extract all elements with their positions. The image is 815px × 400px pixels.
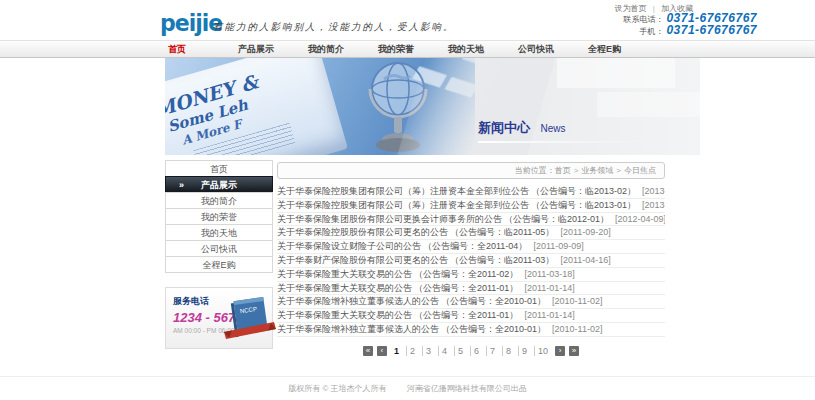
- news-row: 关于华泰保险重大关联交易的公告（公告编号：全2011-02）[2011-03-1…: [277, 268, 665, 282]
- news-link[interactable]: 关于华泰保险控股股份有限公司更名的公告: [277, 227, 448, 237]
- site-slogan: 有能力的人影响别人，没能力的人，受人影响。: [213, 21, 455, 34]
- news-row: 关于华泰保险集团股份有限公司更换会计师事务所的公告（公告编号：临2012-01）…: [277, 213, 665, 227]
- page-number-5[interactable]: 5: [454, 346, 466, 356]
- breadcrumb: 当前位置：首页>业务领域>今日焦点: [277, 162, 665, 179]
- sidebar-item-eshop[interactable]: 全程E购: [165, 256, 273, 273]
- banner: MONEY & Some Leh A More F: [165, 58, 700, 155]
- newspaper-graphic: MONEY & Some Leh A More F: [165, 58, 348, 155]
- news-date: [2010-11-02]: [552, 324, 602, 334]
- news-code: （公告编号：全2011-01）: [414, 310, 518, 320]
- first-page-icon[interactable]: «: [363, 346, 373, 356]
- news-list: 关于华泰保险控股集团有限公司（筹）注册资本金全部到位公告（公告编号：临2013-…: [277, 185, 665, 337]
- news-link[interactable]: 关于华泰保险增补独立董事候选人的公告: [277, 324, 439, 334]
- mobile-label: 手机：: [639, 27, 663, 36]
- news-row: 关于华泰保险增补独立董事候选人的公告（公告编号：全2010-01）[2010-1…: [277, 295, 665, 309]
- news-date: [2011-01-14]: [524, 283, 574, 293]
- nav-item-news[interactable]: 公司快讯: [518, 41, 588, 57]
- section-title: 新闻中心: [478, 120, 530, 135]
- news-date: [2011-09-20]: [560, 227, 610, 237]
- section-title-underline: [478, 141, 650, 143]
- book-graphic-icon: NCCP: [224, 296, 276, 344]
- news-date: [2011-01-14]: [524, 310, 574, 320]
- page-number-7[interactable]: 7: [486, 346, 498, 356]
- news-link[interactable]: 关于华泰保险重大关联交易的公告: [277, 269, 412, 279]
- prev-page-icon[interactable]: ‹: [377, 346, 387, 356]
- breadcrumb-current[interactable]: 今日焦点: [624, 166, 656, 175]
- news-code: （公告编号：全2010-01）: [441, 324, 546, 334]
- nav-item-eshop[interactable]: 全程E购: [588, 41, 658, 57]
- page-number-2[interactable]: 2: [406, 346, 418, 356]
- news-code: （公告编号：临2013-01）: [531, 200, 636, 210]
- page-number-8[interactable]: 8: [502, 346, 514, 356]
- news-row: 关于华泰财产保险股份有限公司更名的公告（公告编号：临2011-03）[2011-…: [277, 254, 665, 268]
- contact-info: 联系电话：0371-67676767 手机：0371-67676767: [623, 11, 757, 35]
- sidebar-item-home[interactable]: 首页: [165, 160, 273, 177]
- nav-item-home[interactable]: 首页: [168, 41, 238, 57]
- sidebar-item-honors[interactable]: 我的荣誉: [165, 208, 273, 225]
- banner-highlight: [557, 58, 675, 88]
- mobile-number: 0371-67676767: [666, 23, 757, 37]
- main-nav-inner: 首页 产品展示 我的简介 我的荣誉 我的天地 公司快讯 全程E购: [168, 41, 815, 57]
- news-link[interactable]: 关于华泰保险重大关联交易的公告: [277, 283, 412, 293]
- sidebar-item-about[interactable]: 我的简介: [165, 192, 273, 209]
- header: 设为首页 | 加入收藏 peijie 有能力的人影响别人，没能力的人，受人影响。…: [0, 0, 815, 40]
- contact-mobile-row: 手机：0371-67676767: [623, 23, 757, 35]
- pagination: « ‹ 1 2 3 4 5 6 7 8 9 10 › »: [277, 346, 665, 356]
- news-row: 关于华泰保险控股集团有限公司（筹）注册资本金全部到位公告（公告编号：临2013-…: [277, 199, 665, 213]
- news-link[interactable]: 关于华泰保险增补独立董事候选人的公告: [277, 296, 439, 306]
- news-row: 关于华泰保险设立财险子公司的公告（公告编号：全2011-04）[2011-09-…: [277, 240, 665, 254]
- page-number-10[interactable]: 10: [534, 346, 551, 356]
- next-page-icon[interactable]: ›: [555, 346, 565, 356]
- news-link[interactable]: 关于华泰保险控股集团有限公司（筹）注册资本金全部到位公告: [277, 186, 529, 196]
- page-number-3[interactable]: 3: [422, 346, 434, 356]
- sidebar-item-products[interactable]: » 产品展示: [165, 176, 273, 193]
- news-date: [2011-09-09]: [533, 241, 583, 251]
- news-row: 关于华泰保险增补独立董事候选人的公告（公告编号：全2010-01）[2010-1…: [277, 323, 665, 337]
- nav-item-about[interactable]: 我的简介: [308, 41, 378, 57]
- page-number-1[interactable]: 1: [391, 346, 402, 356]
- banner-highlight: [597, 92, 700, 117]
- breadcrumb-section[interactable]: 业务领域: [581, 166, 613, 175]
- news-link[interactable]: 关于华泰财产保险股份有限公司更名的公告: [277, 255, 448, 265]
- news-date: [2012-04-09]: [615, 214, 665, 224]
- news-code: （公告编号：临2011-03）: [450, 255, 554, 265]
- news-row: 关于华泰保险控股股份有限公司更名的公告（公告编号：临2011-05）[2011-…: [277, 226, 665, 240]
- news-row: 关于华泰保险重大关联交易的公告（公告编号：全2011-01）[2011-01-1…: [277, 309, 665, 323]
- section-subtitle: News: [540, 123, 565, 134]
- nav-item-honors[interactable]: 我的荣誉: [378, 41, 448, 57]
- nav-item-space[interactable]: 我的天地: [448, 41, 518, 57]
- news-code: （公告编号：全2011-01）: [414, 283, 518, 293]
- news-date: [2011-04-16]: [560, 255, 610, 265]
- news-code: （公告编号：临2012-01）: [504, 214, 609, 224]
- last-page-icon[interactable]: »: [569, 346, 579, 356]
- footer: 版权所有 © 王培杰个人所有 河南省亿播网络科技有限公司出品: [0, 376, 815, 400]
- news-code: （公告编号：全2011-04）: [423, 241, 527, 251]
- news-code: （公告编号：全2010-01）: [441, 296, 546, 306]
- news-date: [2010-11-02]: [552, 296, 602, 306]
- page-number-4[interactable]: 4: [438, 346, 450, 356]
- breadcrumb-home[interactable]: 首页: [555, 166, 571, 175]
- main-nav: 首页 产品展示 我的简介 我的荣誉 我的天地 公司快讯 全程E购: [0, 40, 815, 58]
- footer-producer: 河南省亿播网络科技有限公司出品: [407, 384, 527, 393]
- page-number-6[interactable]: 6: [470, 346, 482, 356]
- sidebar: 首页 » 产品展示 我的简介 我的荣誉 我的天地 公司快讯 全程E购 服务电话 …: [165, 160, 273, 349]
- news-code: （公告编号：全2011-02）: [414, 269, 518, 279]
- news-link[interactable]: 关于华泰保险重大关联交易的公告: [277, 310, 412, 320]
- news-row: 关于华泰保险重大关联交易的公告（公告编号：全2011-01）[2011-01-1…: [277, 282, 665, 296]
- sidebar-item-label: 产品展示: [201, 180, 237, 190]
- news-link[interactable]: 关于华泰保险控股集团有限公司（筹）注册资本金全部到位公告: [277, 200, 529, 210]
- active-arrow-icon: »: [179, 177, 184, 193]
- news-link[interactable]: 关于华泰保险设立财险子公司的公告: [277, 241, 421, 251]
- sidebar-item-space[interactable]: 我的天地: [165, 224, 273, 241]
- sidebar-item-news[interactable]: 公司快讯: [165, 240, 273, 257]
- page-number-9[interactable]: 9: [518, 346, 530, 356]
- news-code: （公告编号：临2011-05）: [450, 227, 554, 237]
- news-panel: 当前位置：首页>业务领域>今日焦点 关于华泰保险控股集团有限公司（筹）注册资本金…: [277, 162, 665, 356]
- nav-item-products[interactable]: 产品展示: [238, 41, 308, 57]
- news-link[interactable]: 关于华泰保险集团股份有限公司更换会计师事务所的公告: [277, 214, 502, 224]
- service-phone-box: 服务电话 1234 - 5678 AM 00:00 - PM 06:00 NCC…: [165, 287, 273, 349]
- breadcrumb-separator: >: [616, 166, 621, 175]
- news-date: [2013-03-11]: [642, 200, 665, 210]
- news-date: [2011-03-18]: [524, 269, 574, 279]
- news-code: （公告编号：临2013-02）: [531, 186, 636, 196]
